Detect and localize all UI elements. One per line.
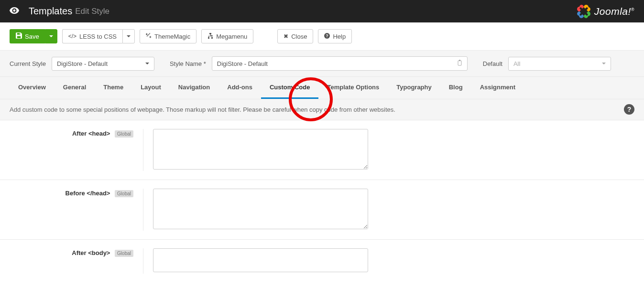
default-value: All <box>513 60 520 67</box>
tab-navigation[interactable]: Navigation <box>170 77 218 99</box>
after-head-label: After <head> <box>72 130 110 137</box>
description-text: Add custom code to some special position… <box>10 106 395 113</box>
tab-typography[interactable]: Typography <box>388 77 440 99</box>
current-style-value: DigiStore - Default <box>57 60 108 67</box>
tab-blog[interactable]: Blog <box>440 77 471 99</box>
default-label: Default <box>483 60 502 67</box>
less-button-group: </> LESS to CSS <box>62 29 135 43</box>
caret-down-icon <box>602 63 606 64</box>
field-row-after-head: After <head> Global <box>0 120 644 180</box>
top-header: Templates Edit Style Joomla!® <box>0 0 644 22</box>
current-style-label: Current Style <box>10 60 46 67</box>
field-label-cell: After <body> Global <box>10 248 143 274</box>
save-button[interactable]: Save <box>10 29 45 43</box>
tab-addons[interactable]: Add-ons <box>218 77 261 99</box>
joomla-icon <box>575 3 592 20</box>
tab-layout[interactable]: Layout <box>132 77 170 99</box>
less-dropdown-button[interactable] <box>122 29 135 43</box>
tab-general[interactable]: General <box>55 77 95 99</box>
tab-assignment[interactable]: Assignment <box>471 77 524 99</box>
thememagic-label: ThemeMagic <box>154 33 190 40</box>
code-icon: </> <box>68 33 76 40</box>
style-name-label: Style Name * <box>170 60 206 67</box>
tabs: Overview General Theme Layout Navigation… <box>0 77 644 99</box>
sitemap-icon <box>207 33 213 40</box>
less-to-css-label: LESS to CSS <box>79 33 117 40</box>
caret-down-icon <box>49 35 53 37</box>
default-select[interactable]: All <box>508 57 611 71</box>
tab-custom-code[interactable]: Custom Code <box>261 77 319 99</box>
field-input-cell <box>143 129 368 171</box>
style-name-value: DigiStore - Default <box>217 60 268 67</box>
after-body-label: After <body> <box>72 249 110 256</box>
after-body-textarea[interactable] <box>153 248 368 272</box>
tab-overview[interactable]: Overview <box>10 77 55 99</box>
before-head-close-label: Before </head> <box>65 190 110 197</box>
brand-text: Joomla!® <box>594 6 634 17</box>
svg-rect-3 <box>459 60 460 61</box>
field-input-cell <box>143 189 368 231</box>
field-row-after-body: After <body> Global <box>0 240 644 274</box>
tab-theme[interactable]: Theme <box>95 77 132 99</box>
global-badge: Global <box>115 250 133 257</box>
svg-text:?: ? <box>326 33 329 38</box>
global-badge: Global <box>115 190 133 197</box>
after-head-textarea[interactable] <box>153 129 368 170</box>
field-input-cell <box>143 248 368 274</box>
close-label: Close <box>291 33 307 40</box>
global-badge: Global <box>115 130 133 138</box>
page-title: Templates <box>29 6 72 17</box>
caret-down-icon <box>145 63 149 64</box>
less-to-css-button[interactable]: </> LESS to CSS <box>62 29 122 43</box>
joomla-logo[interactable]: Joomla!® <box>575 3 634 20</box>
svg-rect-2 <box>458 61 461 65</box>
help-label: Help <box>333 33 346 40</box>
help-button[interactable]: ? Help <box>318 29 352 43</box>
help-icon: ? <box>324 33 330 40</box>
save-button-group: Save <box>10 29 57 43</box>
close-button[interactable]: ✖ Close <box>277 29 313 43</box>
help-tooltip-button[interactable]: ? <box>624 104 634 115</box>
form-row: Current Style DigiStore - Default Style … <box>0 51 644 77</box>
current-style-select[interactable]: DigiStore - Default <box>52 57 154 71</box>
save-dropdown-button[interactable] <box>45 29 57 43</box>
field-label-cell: Before </head> Global <box>10 189 143 231</box>
preview-icon[interactable] <box>10 7 19 16</box>
style-name-input[interactable]: DigiStore - Default <box>212 56 468 71</box>
field-row-before-head-close: Before </head> Global <box>0 180 644 240</box>
tab-template-options[interactable]: Template Options <box>318 77 388 99</box>
field-label-cell: After <head> Global <box>10 129 143 171</box>
save-label: Save <box>25 33 39 40</box>
close-icon: ✖ <box>284 33 288 40</box>
toolbar: Save </> LESS to CSS ThemeMagic Megamenu… <box>0 22 644 51</box>
megamenu-label: Megamenu <box>216 33 247 40</box>
description-bar: Add custom code to some special position… <box>0 99 644 120</box>
clipboard-icon <box>457 60 462 67</box>
thememagic-button[interactable]: ThemeMagic <box>140 29 196 43</box>
magic-icon <box>146 33 152 40</box>
caret-down-icon <box>127 35 131 37</box>
page-subtitle: Edit Style <box>75 7 109 16</box>
save-icon <box>16 32 22 40</box>
before-head-close-textarea[interactable] <box>153 189 368 229</box>
megamenu-button[interactable]: Megamenu <box>201 29 253 43</box>
